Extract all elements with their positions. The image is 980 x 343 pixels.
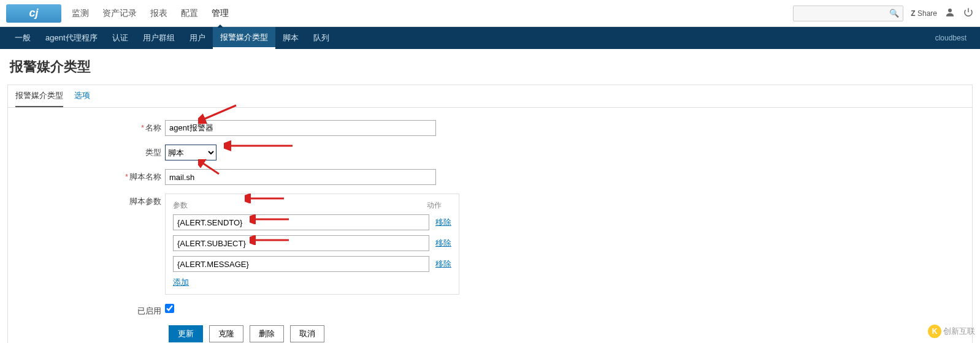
remove-link[interactable]: 移除	[435, 258, 451, 270]
subnav-item-scripts[interactable]: 脚本	[275, 27, 306, 49]
name-input[interactable]	[165, 120, 436, 136]
param-row: 移除	[173, 214, 451, 230]
form-panel: 报警媒介类型 选项 *名称 类型 脚本 *脚本名称	[7, 85, 973, 343]
update-button[interactable]: 更新	[169, 325, 203, 342]
subnav-item-auth[interactable]: 认证	[105, 27, 136, 49]
enabled-label: 已启用	[8, 303, 165, 317]
param-input-2[interactable]	[173, 256, 429, 272]
topnav-item-monitor[interactable]: 监测	[71, 8, 90, 19]
param-row: 移除	[173, 235, 451, 251]
form-body: *名称 类型 脚本 *脚本名称 脚本参数 参数 动作	[8, 108, 972, 343]
topnav-item-admin[interactable]: 管理	[210, 8, 230, 19]
param-row: 移除	[173, 256, 451, 272]
script-params-label: 脚本参数	[8, 194, 165, 207]
user-icon[interactable]	[944, 7, 955, 20]
search-input[interactable]	[797, 9, 889, 18]
subnav-item-agent[interactable]: agent代理程序	[38, 27, 105, 49]
power-icon[interactable]	[963, 7, 974, 20]
tab-options[interactable]: 选项	[74, 90, 90, 107]
topbar-right: 🔍 Z Share	[793, 6, 974, 21]
param-input-1[interactable]	[173, 235, 429, 251]
watermark: K 创新互联	[928, 325, 975, 338]
topnav-item-config[interactable]: 配置	[180, 8, 199, 19]
topbar: 监测 资产记录 报表 配置 管理 🔍 Z Share	[0, 0, 980, 27]
subnav: 一般 agent代理程序 认证 用户群组 用户 报警媒介类型 脚本 队列 clo…	[0, 27, 980, 49]
delete-button[interactable]: 删除	[250, 325, 284, 342]
watermark-text: 创新互联	[943, 326, 975, 337]
add-param-link[interactable]: 添加	[173, 277, 189, 287]
script-name-label: *脚本名称	[8, 169, 165, 183]
params-box: 参数 动作 移除 移除 移除 添加	[165, 194, 459, 295]
button-row: 更新 克隆 删除 取消	[8, 325, 972, 342]
params-header: 参数 动作	[173, 200, 451, 211]
search-icon: 🔍	[889, 9, 899, 18]
watermark-icon: K	[928, 325, 941, 338]
clone-button[interactable]: 克隆	[209, 325, 243, 342]
subnav-item-users[interactable]: 用户	[182, 27, 213, 49]
script-name-input[interactable]	[165, 169, 436, 185]
type-select[interactable]: 脚本	[165, 145, 216, 160]
subnav-item-general[interactable]: 一般	[7, 27, 38, 49]
subnav-item-queue[interactable]: 队列	[306, 27, 337, 49]
tab-mediatype[interactable]: 报警媒介类型	[15, 90, 63, 107]
search-box[interactable]: 🔍	[793, 6, 903, 21]
page-title: 报警媒介类型	[0, 49, 980, 85]
tenant-label: cloudbest	[935, 34, 973, 42]
topnav-item-reports[interactable]: 报表	[149, 8, 169, 19]
subnav-item-usergroups[interactable]: 用户群组	[136, 27, 182, 49]
subnav-item-mediatypes[interactable]: 报警媒介类型	[213, 27, 275, 49]
topnav-item-assets[interactable]: 资产记录	[101, 8, 138, 19]
cancel-button[interactable]: 取消	[290, 325, 324, 342]
remove-link[interactable]: 移除	[435, 238, 451, 249]
tabs: 报警媒介类型 选项	[8, 85, 972, 108]
name-label: *名称	[8, 120, 165, 134]
logo	[6, 4, 61, 23]
svg-point-0	[948, 9, 952, 12]
share-label: Z Share	[911, 9, 937, 18]
type-label: 类型	[8, 145, 165, 158]
svg-line-1	[202, 105, 236, 120]
param-input-0[interactable]	[173, 214, 429, 230]
enabled-checkbox[interactable]	[165, 304, 174, 313]
topnav: 监测 资产记录 报表 配置 管理	[71, 8, 793, 19]
share-button[interactable]: Z Share	[911, 9, 937, 18]
remove-link[interactable]: 移除	[435, 217, 451, 228]
